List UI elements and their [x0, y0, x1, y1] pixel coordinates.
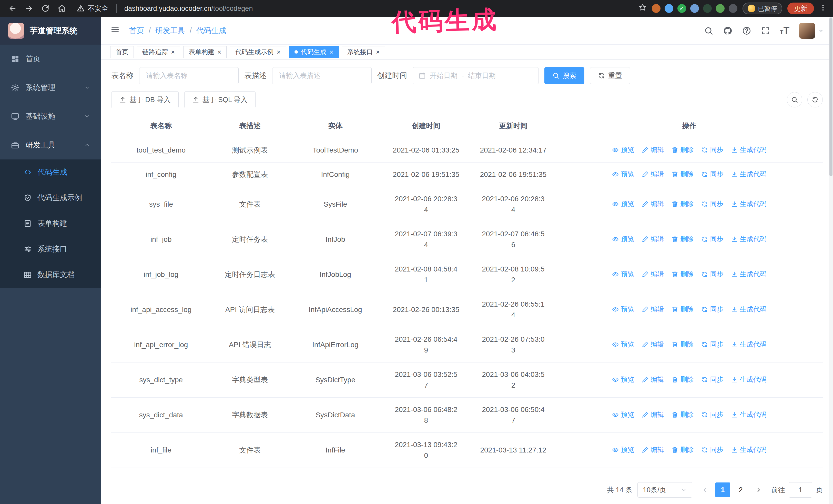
import-db-button[interactable]: 基于 DB 导入	[111, 91, 178, 108]
generate-link[interactable]: 生成代码	[731, 375, 766, 384]
generate-link[interactable]: 生成代码	[731, 270, 766, 279]
address-bar[interactable]: dashboard.yudao.iocoder.cn/tool/codegen	[124, 5, 253, 13]
sidebar-item-devtools[interactable]: 研发工具	[0, 131, 101, 160]
tab-tracing[interactable]: 链路追踪×	[137, 46, 180, 58]
preview-link[interactable]: 预览	[612, 305, 634, 314]
tab-home[interactable]: 首页	[110, 46, 134, 58]
edit-link[interactable]: 编辑	[642, 235, 664, 243]
preview-link[interactable]: 预览	[612, 410, 634, 419]
sync-link[interactable]: 同步	[701, 170, 723, 179]
prev-page-button[interactable]	[697, 482, 712, 497]
refresh-button[interactable]	[39, 2, 52, 15]
close-icon[interactable]: ×	[330, 49, 333, 55]
tab-codegen[interactable]: 代码生成×	[289, 46, 339, 58]
extension-icon[interactable]	[703, 4, 712, 13]
profile-paused-badge[interactable]: 已暂停	[742, 3, 782, 14]
extension-icon[interactable]	[690, 4, 699, 13]
security-indicator[interactable]: 不安全	[77, 4, 109, 13]
edit-link[interactable]: 编辑	[642, 410, 664, 419]
delete-link[interactable]: 删除	[671, 445, 694, 454]
extension-icon[interactable]	[652, 4, 661, 13]
table-desc-input[interactable]	[272, 67, 372, 84]
extension-icon[interactable]	[716, 4, 724, 13]
delete-link[interactable]: 删除	[671, 170, 694, 179]
generate-link[interactable]: 生成代码	[731, 235, 766, 243]
page-button-1[interactable]: 1	[715, 482, 730, 497]
generate-link[interactable]: 生成代码	[731, 445, 766, 454]
extension-icon[interactable]	[729, 4, 737, 13]
sync-link[interactable]: 同步	[701, 410, 723, 419]
edit-link[interactable]: 编辑	[642, 445, 664, 454]
delete-link[interactable]: 删除	[671, 375, 694, 384]
bookmark-star-icon[interactable]	[639, 3, 647, 14]
generate-link[interactable]: 生成代码	[731, 410, 766, 419]
generate-link[interactable]: 生成代码	[731, 199, 766, 209]
delete-link[interactable]: 删除	[671, 340, 694, 349]
refresh-table-button[interactable]	[807, 92, 823, 107]
delete-link[interactable]: 删除	[671, 270, 694, 279]
sidebar-item-infra[interactable]: 基础设施	[0, 102, 101, 131]
import-sql-button[interactable]: 基于 SQL 导入	[184, 91, 256, 108]
forward-icon[interactable]	[23, 2, 35, 15]
toggle-search-button[interactable]	[787, 92, 802, 107]
preview-link[interactable]: 预览	[612, 235, 634, 243]
breadcrumb-devtools[interactable]: 研发工具	[155, 26, 185, 36]
sync-link[interactable]: 同步	[701, 235, 723, 243]
edit-link[interactable]: 编辑	[642, 340, 664, 349]
generate-link[interactable]: 生成代码	[731, 145, 766, 154]
user-menu[interactable]	[799, 23, 824, 39]
sync-link[interactable]: 同步	[701, 445, 723, 454]
sync-link[interactable]: 同步	[701, 340, 723, 349]
browser-update-button[interactable]: 更新	[787, 3, 814, 14]
close-icon[interactable]: ×	[277, 49, 280, 55]
close-icon[interactable]: ×	[376, 49, 380, 55]
search-button[interactable]: 搜索	[544, 67, 585, 84]
sidebar-item-codegen-example[interactable]: 代码生成示例	[0, 185, 101, 211]
sidebar-item-codegen[interactable]: 代码生成	[0, 160, 101, 185]
browser-menu-icon[interactable]	[819, 4, 827, 13]
close-icon[interactable]: ×	[171, 49, 175, 55]
delete-link[interactable]: 删除	[671, 410, 694, 419]
app-logo-row[interactable]: 芋道管理系统	[0, 17, 101, 45]
table-name-input[interactable]	[139, 67, 239, 84]
sync-link[interactable]: 同步	[701, 375, 723, 384]
sidebar-item-form-builder[interactable]: 表单构建	[0, 211, 101, 236]
sidebar-item-home[interactable]: 首页	[0, 45, 101, 73]
preview-link[interactable]: 预览	[612, 340, 634, 349]
sync-link[interactable]: 同步	[701, 145, 723, 154]
generate-link[interactable]: 生成代码	[731, 170, 766, 179]
sidebar-item-db-doc[interactable]: 数据库文档	[0, 262, 101, 288]
edit-link[interactable]: 编辑	[642, 305, 664, 314]
preview-link[interactable]: 预览	[612, 170, 634, 179]
edit-link[interactable]: 编辑	[642, 270, 664, 279]
help-icon[interactable]	[742, 26, 751, 35]
preview-link[interactable]: 预览	[612, 445, 634, 454]
back-icon[interactable]	[6, 2, 19, 15]
generate-link[interactable]: 生成代码	[731, 305, 766, 314]
edit-link[interactable]: 编辑	[642, 170, 664, 179]
preview-link[interactable]: 预览	[612, 145, 634, 154]
preview-link[interactable]: 预览	[612, 270, 634, 279]
sidebar-toggle-button[interactable]	[110, 25, 120, 37]
preview-link[interactable]: 预览	[612, 375, 634, 384]
edit-link[interactable]: 编辑	[642, 199, 664, 209]
sync-link[interactable]: 同步	[701, 270, 723, 279]
page-size-select[interactable]: 10条/页	[638, 482, 692, 498]
sync-link[interactable]: 同步	[701, 305, 723, 314]
breadcrumb-home[interactable]: 首页	[129, 26, 144, 36]
goto-page-input[interactable]	[789, 482, 812, 498]
delete-link[interactable]: 删除	[671, 305, 694, 314]
sidebar-item-api[interactable]: 系统接口	[0, 236, 101, 262]
github-icon[interactable]	[723, 26, 732, 35]
home-button[interactable]	[55, 2, 68, 15]
preview-link[interactable]: 预览	[612, 199, 634, 209]
reset-button[interactable]: 重置	[590, 67, 630, 84]
close-icon[interactable]: ×	[217, 49, 221, 55]
sidebar-item-system[interactable]: 系统管理	[0, 73, 101, 102]
delete-link[interactable]: 删除	[671, 235, 694, 243]
tab-form-builder[interactable]: 表单构建×	[183, 46, 227, 58]
tab-codegen-example[interactable]: 代码生成示例×	[230, 46, 286, 58]
delete-link[interactable]: 删除	[671, 145, 694, 154]
extension-icon[interactable]: ✓	[677, 4, 686, 13]
edit-link[interactable]: 编辑	[642, 375, 664, 384]
